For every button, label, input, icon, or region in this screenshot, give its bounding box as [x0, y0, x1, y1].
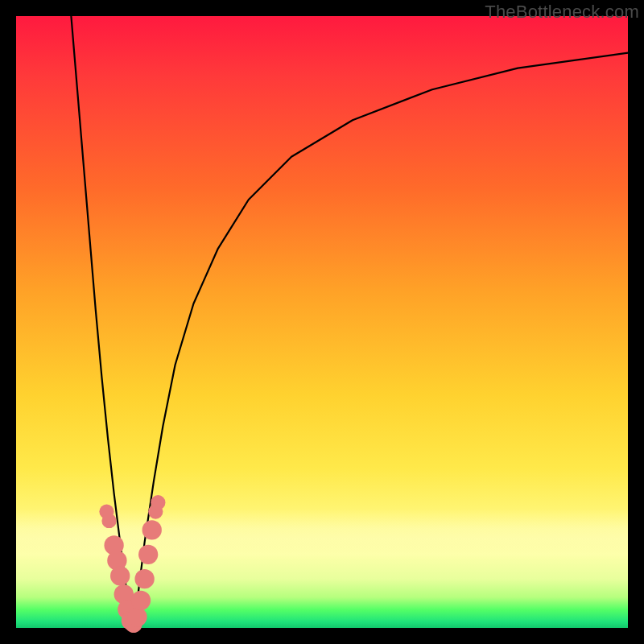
marker-dot — [142, 520, 162, 539]
marker-dot — [127, 607, 147, 626]
marker-dot — [151, 495, 165, 510]
curve-right-branch — [132, 53, 628, 628]
marker-dot — [110, 566, 130, 585]
marker-dot — [101, 514, 116, 528]
curve-left-branch — [71, 16, 132, 628]
marker-dot — [138, 545, 158, 564]
marker-dot — [131, 591, 151, 610]
curve-layer — [16, 16, 628, 628]
watermark-text: TheBottleneck.com — [485, 2, 639, 23]
marker-dot — [134, 569, 154, 588]
chart-stage: TheBottleneck.com — [0, 0, 644, 644]
